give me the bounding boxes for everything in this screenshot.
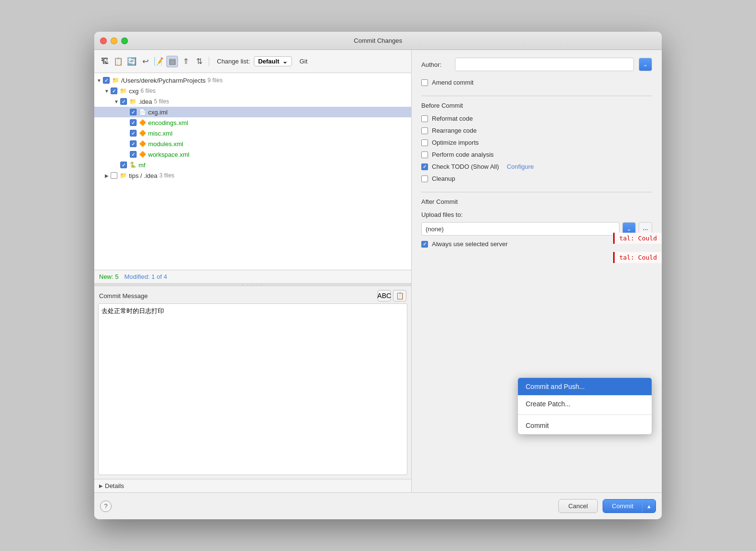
before-commit-divider xyxy=(421,96,652,96)
expand-icon: ▼ xyxy=(104,88,110,94)
window-controls xyxy=(100,38,128,44)
toolbar-icon-1[interactable]: 🏗 xyxy=(99,56,111,67)
folder-icon: 📁 xyxy=(129,98,137,105)
perform-label: Perform code analysis xyxy=(432,151,494,158)
cancel-button[interactable]: Cancel xyxy=(558,499,598,513)
tree-item-mf[interactable]: 🐍 mf xyxy=(94,160,411,170)
tree-item-modules[interactable]: 🔶 modules.xml xyxy=(94,138,411,149)
upload-dropdown[interactable]: (none) xyxy=(421,222,619,236)
rearrange-checkbox[interactable] xyxy=(421,127,428,134)
tree-item-misc[interactable]: 🔶 misc.xml xyxy=(94,128,411,138)
commit-split-button: Commit ▲ xyxy=(603,499,656,513)
tree-root[interactable]: ▼ 📁 /Users/derek/PycharmProjects 9 files xyxy=(94,75,411,86)
optimize-row: Optimize imports xyxy=(421,139,652,146)
iml-checkbox[interactable] xyxy=(130,109,137,115)
iml-icon: 📄 xyxy=(139,108,146,116)
toolbar-icon-4[interactable]: 📝 xyxy=(153,56,164,67)
root-checkbox[interactable] xyxy=(103,77,110,84)
commit-section: Commit Message ABC 📋 去处正常时的日志打印 xyxy=(94,286,411,479)
changelist-label: Change list: xyxy=(217,58,250,65)
new-count: New: 5 xyxy=(99,273,118,280)
toolbar-icon-active[interactable]: ▤ xyxy=(166,56,178,67)
idea-checkbox[interactable] xyxy=(120,98,127,105)
folder-icon: 📁 xyxy=(119,172,127,179)
py-icon: 🐍 xyxy=(129,161,137,169)
cleanup-row: Cleanup xyxy=(421,175,652,182)
toolbar-icon-up[interactable]: ⇑ xyxy=(180,56,191,67)
expand-icon: ▼ xyxy=(113,99,119,104)
details-expand-icon: ▶ xyxy=(99,483,103,488)
author-dropdown-button[interactable]: ⌄ xyxy=(639,58,652,71)
reformat-checkbox[interactable] xyxy=(421,115,428,122)
commit-main-button[interactable]: Commit xyxy=(603,499,642,513)
status-bar: New: 5 Modified: 1 of 4 xyxy=(94,270,411,283)
dropdown-item-create-patch[interactable]: Create Patch... xyxy=(518,395,652,413)
perform-row: Perform code analysis xyxy=(421,151,652,158)
rearrange-label: Rearrange code xyxy=(432,127,477,134)
template-button[interactable]: 📋 xyxy=(393,290,406,301)
amend-label: Amend commit xyxy=(432,79,474,86)
todo-checkbox[interactable] xyxy=(421,163,428,170)
changelist-dropdown[interactable]: Default ⌄ xyxy=(254,56,292,66)
xml-icon: 🔶 xyxy=(139,119,146,126)
amend-row: Amend commit xyxy=(421,79,652,86)
tree-item-cxgiml[interactable]: 📄 cxg.iml xyxy=(94,107,411,117)
dropdown-item-commit[interactable]: Commit xyxy=(518,417,652,434)
rearrange-row: Rearrange code xyxy=(421,127,652,134)
misc-checkbox[interactable] xyxy=(130,130,137,137)
optimize-checkbox[interactable] xyxy=(421,139,428,146)
mf-checkbox[interactable] xyxy=(120,162,127,168)
tree-item-idea[interactable]: ▼ 📁 .idea 5 files xyxy=(94,96,411,107)
details-label: Details xyxy=(105,482,124,489)
before-commit-section: Before Commit Reformat code Rearrange co… xyxy=(421,102,652,182)
close-button[interactable] xyxy=(100,38,107,44)
dropdown-menu: Commit and Push... Create Patch... Commi… xyxy=(517,377,652,435)
bottom-buttons: Cancel Commit ▲ xyxy=(558,499,656,513)
commit-dropdown-arrow[interactable]: ▲ xyxy=(642,499,656,513)
amend-checkbox[interactable] xyxy=(421,79,428,86)
toolbar-icon-2[interactable]: 📋 xyxy=(113,56,124,67)
toolbar-icon-3[interactable]: 🔄 xyxy=(126,56,138,67)
tree-item-cxg[interactable]: ▼ 📁 cxg 6 files xyxy=(94,86,411,96)
todo-row: Check TODO (Show All) Configure xyxy=(421,163,652,170)
cleanup-label: Cleanup xyxy=(432,175,455,182)
upload-label: Upload files to: xyxy=(421,211,652,218)
tips-checkbox[interactable] xyxy=(111,172,117,179)
perform-checkbox[interactable] xyxy=(421,151,428,158)
commit-header: Commit Message ABC 📋 xyxy=(94,286,411,303)
configure-link[interactable]: Configure xyxy=(507,163,534,170)
commit-message-input[interactable]: 去处正常时的日志打印 xyxy=(98,303,407,475)
commit-message-label: Commit Message xyxy=(99,292,148,300)
maximize-button[interactable] xyxy=(121,38,128,44)
always-use-checkbox[interactable] xyxy=(421,241,428,248)
cxg-checkbox[interactable] xyxy=(111,88,117,94)
toolbar-icon-undo[interactable]: ↩ xyxy=(139,56,151,67)
details-section[interactable]: ▶ Details xyxy=(94,479,411,492)
expand-icon: ▶ xyxy=(104,173,110,178)
tree-item-workspace[interactable]: 🔶 workspace.xml xyxy=(94,149,411,160)
spellcheck-button[interactable]: ABC xyxy=(378,290,391,301)
xml-icon: 🔶 xyxy=(139,150,146,158)
left-panel: 🏗 📋 🔄 ↩ 📝 ▤ ⇑ ⇅ Change list: Default ⌄ G… xyxy=(94,50,412,492)
folder-icon: 📁 xyxy=(119,87,127,95)
error-line-2: tal: Could xyxy=(613,252,662,263)
modified-count: Modified: 1 of 4 xyxy=(124,273,167,280)
help-button[interactable]: ? xyxy=(100,501,112,512)
dropdown-item-commit-push[interactable]: Commit and Push... xyxy=(518,378,652,395)
reformat-row: Reformat code xyxy=(421,115,652,122)
tree-item-tips[interactable]: ▶ 📁 tips / .idea 3 files xyxy=(94,170,411,181)
toolbar-icon-sort[interactable]: ⇅ xyxy=(193,56,205,67)
expand-icon: ▼ xyxy=(96,77,102,83)
cleanup-checkbox[interactable] xyxy=(421,175,428,182)
author-input[interactable] xyxy=(455,58,634,71)
always-use-label: Always use selected server xyxy=(432,240,508,248)
main-content: 🏗 📋 🔄 ↩ 📝 ▤ ⇑ ⇅ Change list: Default ⌄ G… xyxy=(94,50,662,492)
git-label: Git xyxy=(300,58,308,65)
encodings-checkbox[interactable] xyxy=(130,119,137,126)
bottom-bar: ? Cancel Commit ▲ xyxy=(94,492,662,519)
workspace-checkbox[interactable] xyxy=(130,151,137,158)
tree-item-encodings[interactable]: 🔶 encodings.xml xyxy=(94,117,411,128)
error-line-1: tal: Could xyxy=(613,233,662,244)
minimize-button[interactable] xyxy=(111,38,117,44)
modules-checkbox[interactable] xyxy=(130,140,137,147)
